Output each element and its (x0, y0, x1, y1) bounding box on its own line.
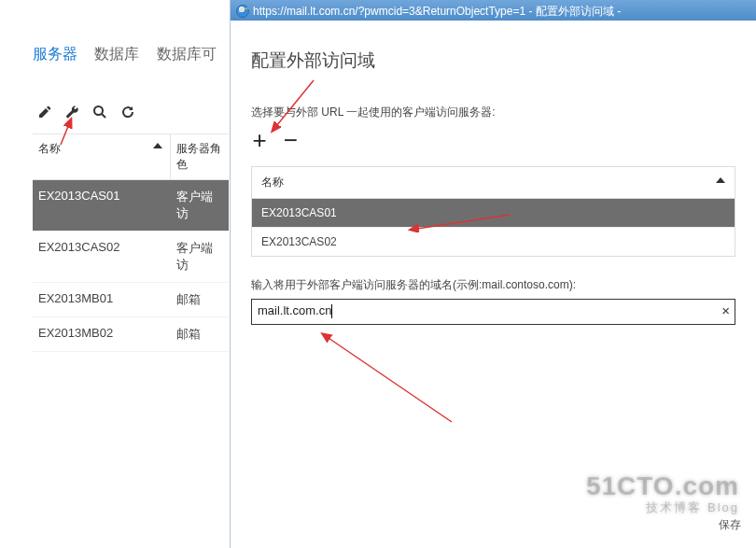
cell-role: 邮箱 (171, 317, 229, 351)
cell-name: EX2013CAS01 (33, 180, 171, 231)
plusminus-row: + − (249, 126, 735, 155)
tab-db-avail[interactable]: 数据库可 (157, 46, 217, 62)
dialog-external-domain: https://mail.lt.com.cn/?pwmcid=3&ReturnO… (230, 0, 756, 548)
instruction-label: 选择要与外部 URL 一起使用的客户端访问服务器: (251, 105, 735, 120)
domain-input-wrap: mail.lt.com.cn × (251, 299, 735, 325)
table-row[interactable]: EX2013MB02邮箱 (33, 317, 229, 352)
col-header-name[interactable]: 名称 (33, 134, 171, 179)
table-row[interactable]: EX2013CAS01客户端访 (33, 180, 229, 232)
toolbar (33, 74, 229, 133)
cell-name: EX2013MB02 (33, 317, 171, 351)
wrench-icon[interactable] (61, 102, 85, 122)
domain-input-value: mail.lt.com.cn (258, 303, 331, 317)
inner-col-header-label: 名称 (261, 176, 284, 189)
save-link[interactable]: 保存 (719, 517, 741, 533)
sort-asc-icon (716, 177, 725, 183)
sort-asc-icon (153, 143, 162, 148)
table-row[interactable]: EX2013MB01邮箱 (33, 283, 229, 317)
table-row[interactable]: EX2013CAS02客户端访 (33, 232, 229, 283)
list-item[interactable]: EX2013CAS02 (252, 228, 735, 256)
tabs-row: 服务器 数据库 数据库可 (33, 0, 229, 74)
clear-input-icon[interactable]: × (721, 302, 730, 318)
inner-table: 名称 EX2013CAS01EX2013CAS02 (251, 166, 735, 257)
cell-role: 客户端访 (171, 232, 229, 282)
dialog-url: https://mail.lt.com.cn/?pwmcid=3&ReturnO… (253, 4, 621, 20)
dialog-titlebar: https://mail.lt.com.cn/?pwmcid=3&ReturnO… (231, 0, 756, 21)
add-button[interactable]: + (249, 126, 272, 155)
tab-db[interactable]: 数据库 (94, 46, 139, 62)
col-header-role[interactable]: 服务器角色 (171, 134, 229, 179)
cell-name: EX2013MB01 (33, 283, 171, 316)
ie-icon (236, 5, 249, 18)
svg-point-0 (94, 106, 103, 115)
left-pane: 服务器 数据库 数据库可 名称 服务器角色 EX2013CAS01客户端访EX2… (0, 0, 229, 548)
domain-label: 输入将用于外部客户端访问服务器的域名(示例:mail.contoso.com): (251, 277, 735, 293)
remove-button[interactable]: − (280, 126, 302, 155)
list-item[interactable]: EX2013CAS01 (252, 199, 735, 228)
cell-role: 邮箱 (171, 283, 229, 316)
col-header-name-label: 名称 (38, 142, 61, 155)
edit-icon[interactable] (33, 102, 57, 122)
domain-input[interactable]: mail.lt.com.cn (251, 299, 735, 325)
text-cursor-icon (331, 304, 332, 318)
svg-line-1 (102, 114, 105, 118)
dialog-title: 配置外部访问域 (251, 49, 735, 73)
tab-servers[interactable]: 服务器 (33, 46, 77, 62)
cell-role: 客户端访 (171, 180, 229, 231)
cell-name: EX2013CAS02 (33, 232, 171, 282)
inner-col-header[interactable]: 名称 (252, 167, 735, 199)
grid-header: 名称 服务器角色 (33, 133, 229, 180)
search-icon[interactable] (88, 102, 112, 122)
refresh-icon[interactable] (116, 102, 140, 122)
